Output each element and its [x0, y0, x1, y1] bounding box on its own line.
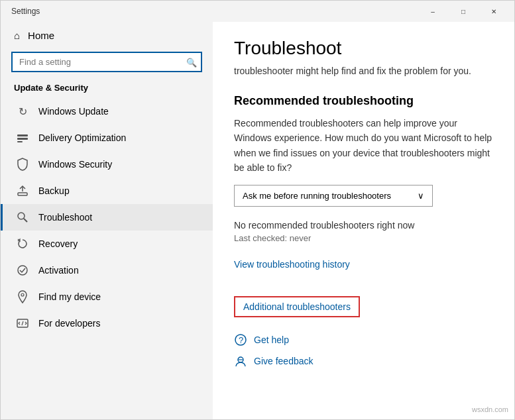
sidebar-item-windows-security[interactable]: Windows Security	[1, 151, 213, 178]
sidebar-item-label: Delivery Optimization	[38, 132, 126, 143]
no-troubleshooters-text: No recommended troubleshooters right now	[234, 220, 493, 231]
last-checked-text: Last checked: never	[234, 233, 493, 243]
get-help-label: Get help	[254, 335, 289, 345]
help-section: ? Get help Give feedback	[234, 333, 493, 368]
window-content: ⌂ Home 🔍 Update & Security ↻ Windows Upd…	[1, 22, 514, 419]
window-title: Settings	[11, 7, 40, 16]
view-history-link-container: View troubleshooting history	[234, 259, 493, 283]
shield-icon	[16, 158, 29, 171]
recovery-icon	[16, 237, 29, 250]
sidebar-item-label: Find my device	[38, 291, 101, 302]
sidebar-item-delivery-optimization[interactable]: Delivery Optimization	[1, 125, 213, 151]
activation-icon	[16, 264, 29, 277]
windows-update-icon: ↻	[16, 105, 29, 118]
main-content: Troubleshoot troubleshooter might help f…	[213, 22, 514, 419]
sidebar-item-label: Windows Security	[38, 159, 112, 170]
dropdown-value: Ask me before running troubleshooters	[243, 191, 391, 201]
get-help-icon: ?	[234, 333, 247, 346]
sidebar-item-troubleshoot[interactable]: Troubleshoot	[1, 204, 213, 231]
svg-rect-0	[17, 134, 28, 136]
svg-text:?: ?	[239, 335, 243, 345]
troubleshoot-icon	[16, 211, 29, 224]
settings-window: Settings – □ ✕ ⌂ Home 🔍 Update & Securit…	[0, 0, 515, 420]
svg-rect-1	[17, 138, 28, 140]
watermark: wsxdn.com	[472, 405, 508, 413]
sidebar-item-label: Windows Update	[38, 106, 109, 117]
get-help-item[interactable]: ? Get help	[234, 333, 493, 346]
sidebar-item-windows-update[interactable]: ↻ Windows Update	[1, 98, 213, 125]
sidebar-item-label: Activation	[38, 265, 79, 276]
close-button[interactable]: ✕	[479, 1, 509, 22]
recommended-section-title: Recommended troubleshooting	[234, 94, 493, 108]
svg-line-9	[22, 321, 23, 325]
give-feedback-item[interactable]: Give feedback	[234, 354, 493, 368]
sidebar-item-label: For developers	[38, 318, 100, 329]
svg-rect-2	[17, 141, 23, 142]
window-controls: – □ ✕	[418, 1, 509, 22]
search-icon: 🔍	[186, 57, 197, 67]
sidebar-section-title: Update & Security	[1, 80, 213, 98]
svg-rect-3	[18, 193, 27, 195]
search-box: 🔍	[11, 52, 202, 72]
home-icon: ⌂	[14, 30, 20, 41]
sidebar-item-home[interactable]: ⌂ Home	[1, 22, 213, 49]
sidebar-home-label: Home	[28, 30, 54, 41]
additional-troubleshooters-link[interactable]: Additional troubleshooters	[243, 301, 351, 312]
svg-line-5	[24, 219, 27, 222]
maximize-button[interactable]: □	[448, 1, 479, 22]
backup-icon	[16, 184, 29, 197]
delivery-optimization-icon	[16, 131, 29, 144]
sidebar-item-for-developers[interactable]: For developers	[1, 310, 213, 337]
give-feedback-label: Give feedback	[254, 356, 314, 366]
chevron-down-icon: ∨	[418, 191, 424, 201]
troubleshooter-dropdown[interactable]: Ask me before running troubleshooters ∨	[234, 185, 433, 207]
page-title: Troubleshoot	[234, 38, 493, 59]
minimize-button[interactable]: –	[418, 1, 448, 22]
search-input[interactable]	[11, 52, 202, 72]
sidebar-item-recovery[interactable]: Recovery	[1, 231, 213, 257]
svg-point-6	[18, 266, 27, 275]
view-troubleshooting-history-link[interactable]: View troubleshooting history	[234, 259, 350, 270]
sidebar-item-backup[interactable]: Backup	[1, 178, 213, 204]
sidebar-item-label: Troubleshoot	[38, 212, 92, 223]
svg-point-4	[18, 213, 25, 219]
additional-troubleshooters-box: Additional troubleshooters	[234, 296, 360, 317]
svg-point-7	[21, 293, 24, 296]
give-feedback-icon	[234, 354, 247, 368]
sidebar-item-activation[interactable]: Activation	[1, 257, 213, 284]
find-my-device-icon	[16, 290, 29, 303]
for-developers-icon	[16, 317, 29, 330]
sidebar-item-find-my-device[interactable]: Find my device	[1, 284, 213, 310]
titlebar: Settings – □ ✕	[1, 1, 514, 22]
recommended-section-description: Recommended troubleshooters can help imp…	[234, 116, 493, 176]
page-subtitle: troubleshooter might help find and fix t…	[234, 64, 493, 78]
sidebar-item-label: Backup	[38, 185, 70, 196]
sidebar: ⌂ Home 🔍 Update & Security ↻ Windows Upd…	[1, 22, 213, 419]
sidebar-item-label: Recovery	[38, 238, 78, 249]
